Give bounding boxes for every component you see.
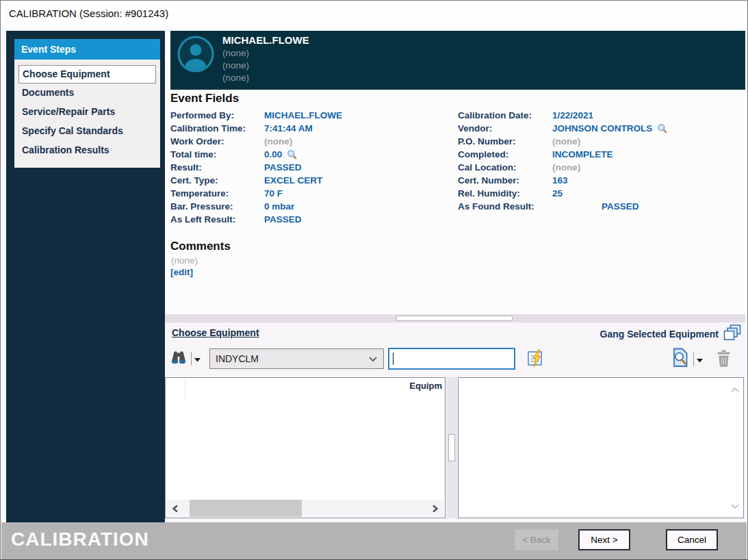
- field-cert-type: Cert. Type: EXCEL CERT: [170, 174, 451, 187]
- splitter-grip[interactable]: [396, 316, 513, 321]
- back-button[interactable]: < Back: [515, 529, 558, 550]
- step-documents[interactable]: Documents: [18, 84, 156, 103]
- field-cal-location: Cal Location: (none): [458, 161, 745, 174]
- equipment-results-list[interactable]: Equipm: [165, 377, 446, 518]
- comments-value: (none): [171, 255, 198, 266]
- calibration-dialog: CALIBRATION (Session: #901243) Event Ste…: [0, 0, 748, 560]
- find-dropdown-arrow-icon[interactable]: [194, 353, 201, 365]
- step-specify-cal-standards[interactable]: Specify Cal Standards: [18, 123, 156, 141]
- divider: [191, 352, 192, 366]
- user-detail-1: (none): [222, 48, 249, 58]
- footer-bar: CALIBRATION < Back Next > Cancel: [1, 522, 747, 560]
- stacked-windows-icon: [723, 324, 741, 344]
- field-cert-number: Cert. Number: 163: [458, 174, 745, 187]
- column-divider: [185, 378, 185, 400]
- binoculars-icon: [170, 350, 187, 368]
- event-fields-heading: Event Fields: [170, 92, 239, 105]
- choose-equipment-heading: Choose Equipment: [172, 327, 259, 338]
- delete-equipment-icon[interactable]: [716, 349, 732, 370]
- vertical-scroll-thumb[interactable]: [448, 434, 455, 461]
- field-rel-humidity: Rel. Humidity: 25: [458, 187, 745, 200]
- preview-dropdown-arrow-icon[interactable]: [697, 353, 703, 366]
- field-po-number: P.O. Number: (none): [458, 135, 745, 148]
- footer-banner: CALIBRATION: [11, 529, 149, 550]
- field-calibration-date: Calibration Date: 1/22/2021: [458, 109, 745, 122]
- selected-equipment-list[interactable]: [458, 377, 744, 518]
- gang-selected-equipment-button[interactable]: Gang Selected Equipment: [600, 324, 741, 344]
- field-vendor: Vendor: JOHNSON CONTROLS: [458, 122, 745, 135]
- field-temperature: Temperature: 70 F: [170, 187, 451, 200]
- document-magnifier-icon: [672, 348, 689, 370]
- divider: [693, 353, 694, 366]
- field-total-time: Total time: 0.00: [170, 148, 451, 161]
- field-work-order: Work Order: (none): [170, 135, 451, 148]
- text-caret: [393, 353, 394, 365]
- event-fields-left-column: Performed By: MICHAEL.FLOWE Calibration …: [170, 109, 451, 226]
- window-title: CALIBRATION (Session: #901243): [9, 8, 168, 19]
- equipment-toolbar: INDYCLM: [165, 347, 745, 372]
- field-as-left-result: As Left Result: PASSED: [170, 213, 451, 226]
- field-completed: Completed: INCOMPLETE: [458, 148, 745, 161]
- chevron-down-icon: [368, 353, 378, 365]
- scroll-down-arrow-icon[interactable]: [730, 500, 740, 512]
- equipment-category-combobox[interactable]: INDYCLM: [209, 348, 384, 369]
- vendor-lookup-icon[interactable]: [657, 123, 667, 133]
- cancel-button[interactable]: Cancel: [666, 529, 718, 550]
- field-result: Result: PASSED: [170, 161, 451, 174]
- sidebar: Event Steps Choose Equipment Documents S…: [6, 31, 165, 522]
- step-calibration-results[interactable]: Calibration Results: [18, 142, 156, 160]
- preview-equipment-button[interactable]: [672, 348, 703, 370]
- user-name: MICHAEL.FLOWE: [222, 34, 309, 46]
- field-bar-pressure: Bar. Pressure: 0 mbar: [170, 200, 451, 213]
- title-bar: CALIBRATION (Session: #901243): [1, 1, 747, 29]
- find-equipment-button[interactable]: [170, 350, 201, 368]
- avatar-icon: [177, 36, 214, 75]
- scroll-up-arrow-icon[interactable]: [730, 383, 740, 396]
- event-fields-right-column: Calibration Date: 1/22/2021 Vendor: JOHN…: [458, 109, 745, 213]
- user-detail-3: (none): [222, 73, 249, 83]
- user-header-banner: MICHAEL.FLOWE (none) (none) (none): [170, 31, 745, 90]
- step-service-repair-parts[interactable]: Service/Repair Parts: [18, 103, 156, 122]
- user-detail-2: (none): [222, 60, 249, 71]
- equipment-search-input[interactable]: [388, 348, 515, 370]
- quick-edit-icon[interactable]: [526, 349, 545, 370]
- comments-edit-link[interactable]: [edit]: [170, 267, 193, 277]
- next-button[interactable]: Next >: [578, 529, 630, 550]
- total-time-lookup-icon[interactable]: [287, 149, 297, 160]
- event-steps-panel: Event Steps Choose Equipment Documents S…: [14, 39, 160, 168]
- field-performed-by: Performed By: MICHAEL.FLOWE: [170, 109, 451, 122]
- pane-splitter[interactable]: [165, 314, 745, 322]
- scroll-left-arrow-icon[interactable]: [166, 500, 184, 517]
- combobox-value: INDYCLM: [216, 353, 368, 364]
- comments-heading: Comments: [170, 240, 231, 253]
- step-choose-equipment[interactable]: Choose Equipment: [18, 65, 156, 84]
- choose-equipment-panel: Choose Equipment Gang Selected Equipment: [165, 322, 745, 522]
- gang-selected-equipment-label: Gang Selected Equipment: [600, 329, 719, 340]
- horizontal-scrollbar[interactable]: [166, 500, 444, 517]
- equipment-column-header[interactable]: Equipm: [409, 381, 442, 391]
- event-steps-header: Event Steps: [14, 39, 160, 60]
- field-as-found-result: As Found Result: PASSED: [458, 200, 745, 213]
- vertical-scrollbar[interactable]: [446, 377, 457, 518]
- horizontal-scroll-thumb[interactable]: [190, 500, 302, 517]
- field-calibration-time: Calibration Time: 7:41:44 AM: [170, 122, 451, 135]
- scroll-right-arrow-icon[interactable]: [426, 500, 444, 517]
